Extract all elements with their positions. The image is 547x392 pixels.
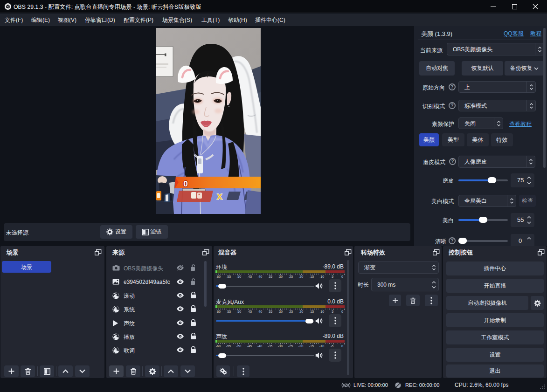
svg-text:0: 0: [183, 179, 187, 188]
svg-text:X: X: [217, 193, 222, 201]
